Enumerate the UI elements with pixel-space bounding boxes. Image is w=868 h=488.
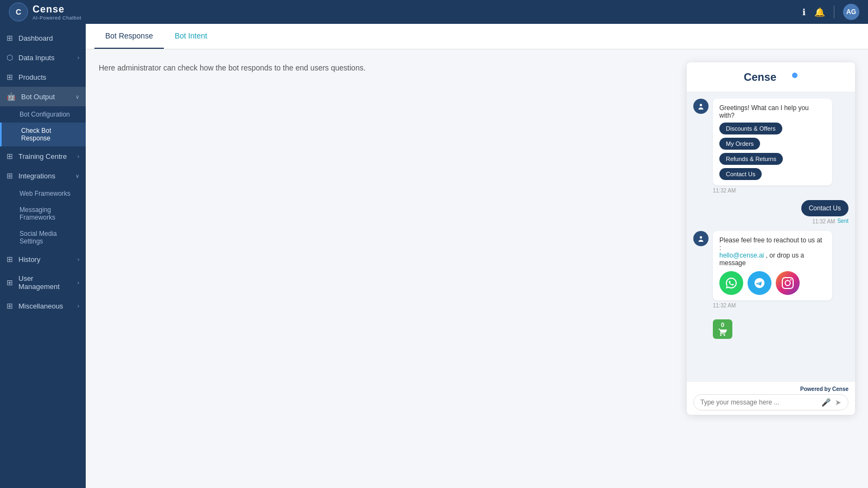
sidebar-label-history: History — [18, 255, 40, 264]
sidebar-label-user-management: User Management — [18, 274, 72, 291]
svg-point-7 — [700, 236, 703, 239]
integrations-icon: ⊞ — [7, 171, 13, 180]
bot-output-icon: 🤖 — [7, 92, 16, 101]
sidebar-item-products[interactable]: ⊞ Products — [0, 67, 86, 87]
sidebar-subitem-social-media-settings[interactable]: Social Media Settings — [0, 226, 86, 249]
description-text: Here administrator can check how the bot… — [99, 62, 674, 74]
sidebar-item-dashboard[interactable]: ⊞ Dashboard — [0, 28, 86, 48]
sidebar: ⊞ Dashboard ⬡ Data Inputs › ⊞ Products 🤖… — [0, 24, 86, 488]
user-management-icon: ⊞ — [7, 278, 13, 287]
dashboard-icon: ⊞ — [7, 34, 13, 42]
sidebar-item-bot-output[interactable]: 🤖 Bot Output ∨ — [0, 87, 86, 106]
content-area: Bot Response Bot Intent Here administrat… — [86, 24, 868, 488]
chevron-down-icon-integrations: ∨ — [75, 173, 79, 179]
app-header: C Cense AI-Powered Chatbot ℹ 🔔 AG — [0, 0, 868, 24]
user-message-row: Contact Us 11:32 AM Sent — [693, 200, 848, 224]
products-icon: ⊞ — [7, 73, 13, 81]
tab-bot-response[interactable]: Bot Response — [94, 24, 164, 49]
chat-logo: Cense — [744, 69, 798, 85]
chat-widget: Cense — [687, 62, 855, 415]
header-actions: ℹ 🔔 AG — [802, 4, 859, 20]
tab-bot-intent[interactable]: Bot Intent — [164, 24, 218, 49]
sidebar-label-products: Products — [18, 73, 46, 81]
sidebar-label-data-inputs: Data Inputs — [18, 54, 55, 62]
chat-input-row: 🎤 ➤ — [693, 394, 848, 410]
cense-logo-icon: C — [9, 2, 28, 22]
bot-greeting-row: Greetings! What can I help you with? Dis… — [693, 99, 848, 194]
miscellaneous-icon: ⊞ — [7, 301, 13, 310]
header-divider — [834, 5, 834, 18]
sent-status: Sent — [837, 218, 848, 224]
bot-avatar — [693, 99, 709, 114]
cart-icon — [718, 328, 727, 337]
bot-avatar-2 — [693, 231, 709, 246]
bot-reply-timestamp: 11:32 AM — [713, 303, 832, 309]
instagram-icon[interactable] — [776, 271, 800, 295]
user-message-bubble: Contact Us — [801, 200, 848, 216]
sidebar-item-data-inputs[interactable]: ⬡ Data Inputs › — [0, 48, 86, 67]
quick-reply-my-orders[interactable]: My Orders — [719, 138, 760, 150]
logo-subtitle: AI-Powered Chatbot — [33, 15, 81, 21]
sidebar-item-miscellaneous[interactable]: ⊞ Miscellaneous › — [0, 296, 86, 316]
logo-area: C Cense AI-Powered Chatbot — [9, 2, 81, 22]
bot-reply-bubble: Please feel free to reachout to us at : … — [713, 231, 832, 300]
info-button[interactable]: ℹ — [802, 7, 806, 17]
chevron-right-icon-history: › — [78, 256, 79, 262]
sidebar-label-integrations: Integrations — [18, 172, 55, 180]
chevron-down-icon: ∨ — [75, 94, 79, 100]
chat-input[interactable] — [700, 399, 817, 406]
sidebar-item-training-centre[interactable]: ⊞ Training Centre › — [0, 146, 86, 166]
social-icons — [719, 271, 826, 295]
sidebar-subitem-web-frameworks[interactable]: Web Frameworks — [0, 185, 86, 202]
send-icon[interactable]: ➤ — [835, 398, 841, 407]
greeting-timestamp: 11:32 AM — [713, 188, 832, 194]
chevron-right-icon: › — [78, 55, 79, 61]
sidebar-subitem-messaging-frameworks[interactable]: Messaging Frameworks — [0, 202, 86, 226]
page-content: Here administrator can check how the bot… — [86, 49, 868, 488]
sidebar-item-history[interactable]: ⊞ History › — [0, 249, 86, 269]
mic-icon[interactable]: 🎤 — [821, 398, 831, 407]
powered-by: Powered by Cense — [693, 386, 848, 392]
bell-button[interactable]: 🔔 — [814, 7, 825, 17]
chat-widget-header: Cense — [687, 62, 855, 92]
avatar-button[interactable]: AG — [843, 4, 859, 20]
user-message-timestamp: 11:32 AM — [812, 219, 835, 224]
sidebar-label-miscellaneous: Miscellaneous — [18, 302, 63, 310]
logo-text: Cense — [33, 4, 65, 15]
whatsapp-icon[interactable] — [719, 271, 743, 295]
tabs-bar: Bot Response Bot Intent — [86, 24, 868, 49]
bot-reply-row: Please feel free to reachout to us at : … — [693, 231, 848, 309]
sidebar-subitem-bot-configuration[interactable]: Bot Configuration — [0, 106, 86, 123]
quick-reply-refunds[interactable]: Refunds & Returns — [719, 153, 783, 165]
main-layout: ⊞ Dashboard ⬡ Data Inputs › ⊞ Products 🤖… — [0, 24, 868, 488]
quick-reply-contact-us[interactable]: Contact Us — [719, 168, 762, 180]
quick-reply-discounts[interactable]: Discounts & Offers — [719, 123, 782, 134]
history-icon: ⊞ — [7, 255, 13, 264]
contact-email[interactable]: hello@cense.ai — [719, 252, 766, 259]
sidebar-label-bot-output: Bot Output — [21, 93, 55, 101]
cart-badge[interactable]: 0 — [713, 319, 732, 339]
chevron-right-icon-user-mgmt: › — [78, 280, 79, 286]
description-area: Here administrator can check how the bot… — [99, 62, 674, 475]
sidebar-item-user-management[interactable]: ⊞ User Management › — [0, 269, 86, 296]
greeting-bubble: Greetings! What can I help you with? Dis… — [713, 99, 832, 185]
svg-point-5 — [700, 104, 703, 107]
training-icon: ⊞ — [7, 152, 13, 160]
sidebar-label-training-centre: Training Centre — [18, 152, 67, 160]
telegram-icon[interactable] — [748, 271, 771, 295]
chat-body: Greetings! What can I help you with? Dis… — [687, 92, 855, 381]
sidebar-item-integrations[interactable]: ⊞ Integrations ∨ — [0, 166, 86, 185]
svg-text:C: C — [16, 8, 21, 16]
svg-point-3 — [792, 73, 797, 78]
quick-reply-buttons: Discounts & Offers My Orders Refunds & R… — [719, 123, 826, 180]
chevron-right-icon-misc: › — [78, 303, 79, 309]
svg-text:Cense: Cense — [744, 71, 776, 83]
sidebar-label-dashboard: Dashboard — [18, 34, 53, 42]
chat-footer: Powered by Cense 🎤 ➤ — [687, 381, 855, 415]
chevron-right-icon-training: › — [78, 153, 79, 159]
sidebar-subitem-check-bot-response[interactable]: Check Bot Response — [0, 123, 86, 146]
data-inputs-icon: ⬡ — [7, 53, 13, 62]
